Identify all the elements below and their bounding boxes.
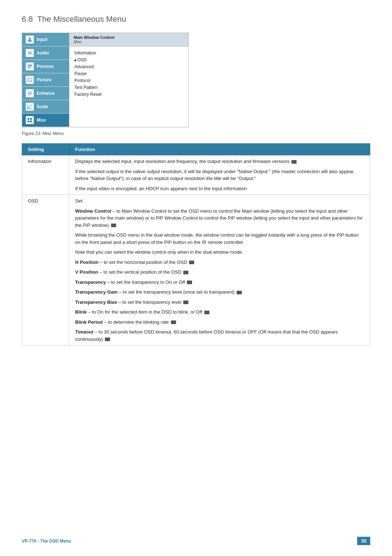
settings-table: Setting Function Information Displays th…: [22, 143, 370, 346]
menu-item-advanced: Advanced: [74, 64, 183, 70]
footer-page-number: 35: [357, 537, 370, 545]
audio-icon: [26, 49, 34, 57]
icon-box-6: [237, 291, 242, 294]
input-icon: [26, 36, 34, 44]
icon-box-2: [111, 224, 116, 227]
function-osd: Set: Window Control – to Main Window Con…: [69, 195, 370, 346]
sidebar-menu: Input Audio Process Picture Enhance: [22, 33, 69, 127]
picture-icon: [26, 76, 34, 84]
svg-rect-10: [30, 120, 32, 122]
function-information: Displays the selected input, input resol…: [69, 155, 370, 195]
svg-point-0: [29, 37, 31, 40]
svg-rect-8: [30, 118, 32, 120]
setting-osd: OSD: [22, 195, 69, 346]
sidebar-item-audio: Audio: [22, 46, 69, 60]
footer-left-text: VP-770 - The OSD Menu: [22, 539, 71, 544]
page-footer: VP-770 - The OSD Menu 35: [22, 530, 370, 545]
menu-item-information: Information: [74, 50, 183, 56]
table-row-osd: OSD Set: Window Control – to Main Window…: [22, 195, 370, 346]
sidebar-item-misc: Misc: [22, 114, 69, 127]
menu-item-protocol: Protocol: [74, 78, 183, 83]
icon-box-4: [183, 271, 188, 274]
setting-information: Information: [22, 155, 69, 195]
main-panel-content: Information OSD Advanced Pause Protocol …: [69, 46, 188, 101]
icon-box: [291, 160, 297, 164]
menu-item-test-pattern: Test Pattern: [74, 85, 183, 90]
osd-diagram: Input Audio Process Picture Enhance: [22, 33, 189, 127]
main-panel-header: Main Window Control Misc: [69, 33, 188, 46]
svg-rect-3: [28, 68, 30, 68]
scale-icon: [26, 103, 34, 111]
section-title: 6.8 The Miscellaneous Menu: [22, 15, 370, 24]
menu-item-factory-reset: Factory Reset: [74, 91, 183, 97]
icon-box-9: [171, 320, 176, 324]
sidebar-item-process: Process: [22, 60, 69, 73]
process-icon: [26, 62, 34, 70]
icon-box-3: [189, 261, 194, 264]
main-panel: Main Window Control Misc Information OSD…: [69, 33, 188, 101]
svg-rect-7: [28, 118, 29, 120]
misc-icon: [26, 116, 34, 124]
icon-box-5: [187, 281, 192, 284]
icon-box-8: [204, 311, 209, 314]
table-row-information: Information Displays the selected input,…: [22, 155, 370, 195]
col-function: Function: [69, 144, 370, 155]
sidebar-item-scale: Scale: [22, 100, 69, 114]
icon-box-7: [183, 301, 188, 304]
figure-caption: Figure 23: Misc Menu: [22, 131, 370, 136]
col-setting: Setting: [22, 144, 69, 155]
svg-point-6: [29, 93, 30, 94]
menu-item-pause: Pause: [74, 71, 183, 77]
svg-rect-9: [28, 120, 29, 122]
sidebar-item-picture: Picture: [22, 73, 69, 87]
icon-box-10: [105, 338, 110, 341]
sidebar-item-input: Input: [22, 33, 69, 46]
svg-rect-1: [28, 65, 32, 66]
sidebar-item-enhance: Enhance: [22, 87, 69, 100]
menu-item-osd: OSD: [74, 57, 183, 63]
svg-rect-2: [28, 66, 32, 67]
enhance-icon: [26, 89, 34, 97]
